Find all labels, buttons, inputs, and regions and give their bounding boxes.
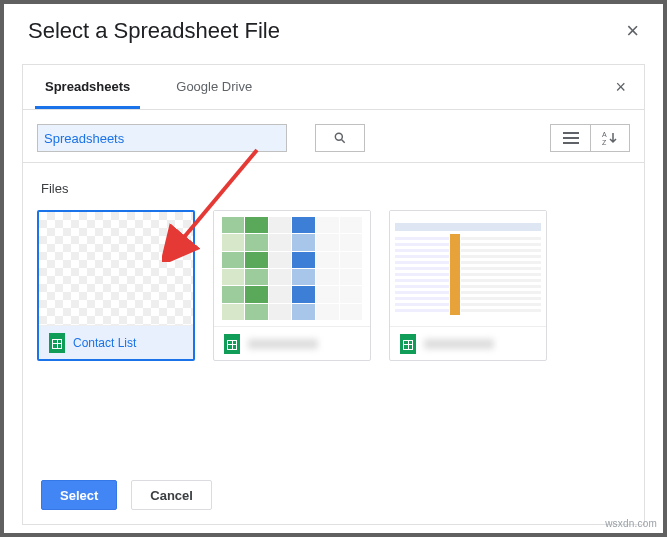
search-button[interactable]	[315, 124, 365, 152]
list-icon	[563, 132, 579, 144]
file-footer	[390, 326, 546, 360]
sheets-icon	[49, 333, 65, 353]
file-card-contact-list[interactable]: Contact List	[37, 210, 195, 361]
files-heading: Files	[37, 173, 630, 210]
picker-panel: Spreadsheets Google Drive × AZ Files	[22, 64, 645, 525]
file-name	[424, 339, 494, 349]
view-controls: AZ	[550, 124, 630, 152]
file-footer	[214, 326, 370, 360]
tab-bar: Spreadsheets Google Drive ×	[23, 65, 644, 110]
file-thumbnail	[214, 211, 370, 326]
svg-rect-2	[563, 132, 579, 134]
tab-spreadsheets[interactable]: Spreadsheets	[35, 65, 140, 109]
svg-rect-3	[563, 137, 579, 139]
file-card[interactable]	[389, 210, 547, 361]
toolbar: AZ	[23, 110, 644, 162]
svg-line-1	[341, 139, 344, 142]
picker-close-icon[interactable]: ×	[615, 77, 626, 98]
file-name: Contact List	[73, 336, 136, 350]
dialog-header: Select a Spreadsheet File ×	[4, 4, 663, 50]
tab-google-drive[interactable]: Google Drive	[166, 65, 262, 109]
close-icon[interactable]: ×	[626, 20, 639, 42]
search-input[interactable]	[37, 124, 287, 152]
cancel-button[interactable]: Cancel	[131, 480, 212, 510]
file-footer: Contact List	[39, 325, 193, 359]
file-thumbnail	[39, 212, 193, 325]
search-icon	[333, 131, 347, 145]
dialog-actions: Select Cancel	[23, 469, 644, 524]
sort-button[interactable]: AZ	[590, 124, 630, 152]
file-thumbnail	[390, 211, 546, 326]
svg-point-0	[335, 133, 342, 140]
transparency-checker	[39, 212, 193, 325]
list-view-button[interactable]	[550, 124, 590, 152]
svg-text:A: A	[602, 131, 607, 138]
files-area[interactable]: Files Contact List	[23, 162, 644, 469]
file-grid: Contact List	[37, 210, 630, 361]
dialog-title: Select a Spreadsheet File	[28, 18, 280, 44]
svg-text:Z: Z	[602, 139, 607, 145]
sort-az-icon: AZ	[602, 131, 618, 145]
file-picker-dialog: Select a Spreadsheet File × Spreadsheets…	[4, 4, 663, 533]
watermark: wsxdn.com	[605, 518, 657, 529]
file-name	[248, 339, 318, 349]
sheets-icon	[400, 334, 416, 354]
sheets-icon	[224, 334, 240, 354]
svg-rect-4	[563, 142, 579, 144]
select-button[interactable]: Select	[41, 480, 117, 510]
file-card[interactable]	[213, 210, 371, 361]
